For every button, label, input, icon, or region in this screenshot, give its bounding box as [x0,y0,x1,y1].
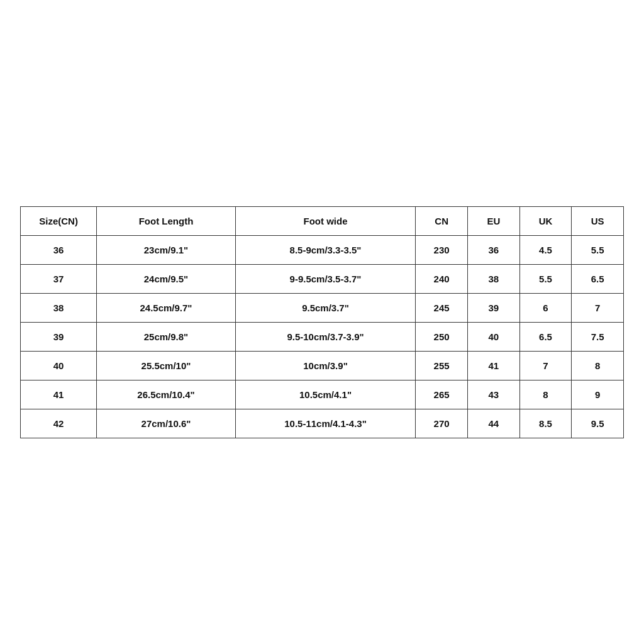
cell-size-cn: 41 [21,380,97,409]
cell-foot-wide: 8.5-9cm/3.3-3.5" [235,235,416,264]
table-row: 3623cm/9.1"8.5-9cm/3.3-3.5"230364.55.5 [21,235,624,264]
cell-foot-wide: 9-9.5cm/3.5-3.7" [235,264,416,293]
cell-foot-length: 24cm/9.5" [97,264,235,293]
cell-foot-length: 27cm/10.6" [97,409,235,438]
cell-size-cn: 37 [21,264,97,293]
cell-foot-length: 24.5cm/9.7" [97,293,235,322]
cell-uk: 6.5 [519,322,572,351]
header-foot-wide: Foot wide [235,206,416,235]
cell-cn: 230 [416,235,468,264]
header-foot-length: Foot Length [97,206,235,235]
table-header-row: Size(CN) Foot Length Foot wide CN EU UK … [21,206,624,235]
header-size-cn: Size(CN) [21,206,97,235]
cell-foot-length: 25.5cm/10" [97,351,235,380]
cell-us: 5.5 [572,235,624,264]
header-uk: UK [519,206,572,235]
cell-eu: 40 [467,322,519,351]
cell-us: 8 [572,351,624,380]
table-row: 4025.5cm/10"10cm/3.9"2554178 [21,351,624,380]
cell-cn: 250 [416,322,468,351]
cell-us: 7 [572,293,624,322]
cell-foot-wide: 10cm/3.9" [235,351,416,380]
table-row: 3925cm/9.8"9.5-10cm/3.7-3.9"250406.57.5 [21,322,624,351]
cell-cn: 240 [416,264,468,293]
table-row: 4126.5cm/10.4"10.5cm/4.1"2654389 [21,380,624,409]
cell-us: 9.5 [572,409,624,438]
cell-foot-length: 23cm/9.1" [97,235,235,264]
cell-uk: 6 [519,293,572,322]
cell-foot-wide: 10.5-11cm/4.1-4.3" [235,409,416,438]
cell-foot-length: 25cm/9.8" [97,322,235,351]
size-chart-table: Size(CN) Foot Length Foot wide CN EU UK … [20,206,624,438]
cell-uk: 7 [519,351,572,380]
cell-cn: 245 [416,293,468,322]
cell-eu: 39 [467,293,519,322]
cell-uk: 8 [519,380,572,409]
table-row: 3824.5cm/9.7"9.5cm/3.7"2453967 [21,293,624,322]
header-eu: EU [467,206,519,235]
header-cn: CN [416,206,468,235]
cell-size-cn: 38 [21,293,97,322]
cell-foot-length: 26.5cm/10.4" [97,380,235,409]
cell-size-cn: 40 [21,351,97,380]
cell-us: 7.5 [572,322,624,351]
cell-size-cn: 42 [21,409,97,438]
table-row: 4227cm/10.6"10.5-11cm/4.1-4.3"270448.59.… [21,409,624,438]
cell-uk: 4.5 [519,235,572,264]
cell-cn: 270 [416,409,468,438]
cell-eu: 44 [467,409,519,438]
cell-foot-wide: 10.5cm/4.1" [235,380,416,409]
cell-uk: 5.5 [519,264,572,293]
cell-size-cn: 36 [21,235,97,264]
cell-foot-wide: 9.5-10cm/3.7-3.9" [235,322,416,351]
cell-size-cn: 39 [21,322,97,351]
cell-foot-wide: 9.5cm/3.7" [235,293,416,322]
table-row: 3724cm/9.5"9-9.5cm/3.5-3.7"240385.56.5 [21,264,624,293]
cell-eu: 41 [467,351,519,380]
cell-eu: 38 [467,264,519,293]
size-chart-container: Size(CN) Foot Length Foot wide CN EU UK … [20,206,624,438]
cell-us: 9 [572,380,624,409]
cell-eu: 43 [467,380,519,409]
cell-uk: 8.5 [519,409,572,438]
cell-cn: 265 [416,380,468,409]
cell-us: 6.5 [572,264,624,293]
cell-cn: 255 [416,351,468,380]
cell-eu: 36 [467,235,519,264]
header-us: US [572,206,624,235]
